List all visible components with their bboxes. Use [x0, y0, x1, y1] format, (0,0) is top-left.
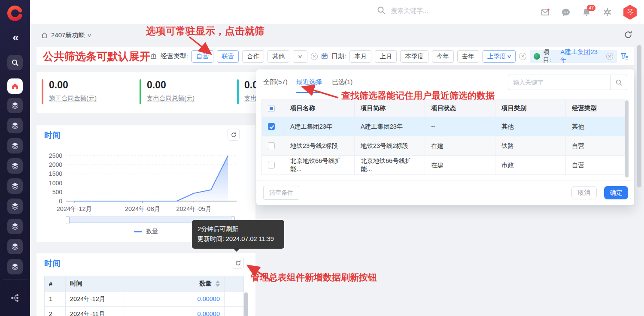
project-row[interactable]: A建工集团23年 A建工集团23年 -- 其他 其他 [262, 117, 625, 136]
global-search-input[interactable] [391, 7, 485, 14]
filter-date-qunian[interactable]: 去年 [457, 50, 479, 63]
sidebar-item-module-6[interactable] [7, 199, 23, 214]
filter-controls: 经营类型: 自营 联营 合作 其他 ∨ ✕ [150, 50, 629, 63]
table-widget: 时间 # 时间 数量 [36, 253, 255, 316]
date-clear-icon[interactable]: ✕ [519, 53, 526, 60]
stat-bar-1 [140, 79, 141, 104]
table-row[interactable]: 2 2024年-11月 0.00000 [45, 307, 244, 316]
panel-table-scrollbar[interactable] [625, 100, 629, 178]
amount-link[interactable]: 0.00000 [124, 292, 225, 307]
sidebar-item-module-8[interactable] [7, 239, 23, 254]
stat-label[interactable]: 施工合同金额(元) [49, 94, 97, 102]
business-type-dropdown-button[interactable]: ∨ [293, 50, 307, 63]
column-header-amount[interactable]: 数量 [124, 276, 225, 292]
column-header-time: 时间 [66, 276, 124, 292]
page-refresh-button[interactable] [623, 30, 633, 41]
clear-conditions-button[interactable]: 清空条件 [263, 186, 299, 200]
svg-text:0: 0 [59, 198, 62, 205]
tab-recent[interactable]: 最近选择 [296, 78, 322, 86]
row-checkbox[interactable] [268, 123, 275, 130]
column-project-short: 项目简称 [355, 100, 425, 117]
layers-icon [11, 182, 19, 190]
tab-all[interactable]: 全部(57) [263, 78, 288, 86]
filter-bar: 公共筛选条可默认展开 经营类型: 自营 联营 合作 其他 [36, 47, 634, 65]
search-icon [615, 79, 623, 86]
cancel-button[interactable]: 取消 [571, 186, 597, 199]
table-row[interactable]: 1 2024年-12月 0.00000 [45, 292, 244, 307]
confirm-button[interactable]: 确定 [604, 186, 628, 199]
project-row[interactable]: 地铁23号线2标段 地铁23号线2标段 在建 铁路 自营 [262, 136, 625, 156]
business-type-clear-icon[interactable]: ✕ [311, 53, 318, 60]
svg-text:2000: 2000 [49, 161, 62, 168]
sidebar-item-module-3[interactable] [7, 138, 23, 153]
sidebar-item-module-2[interactable] [7, 118, 23, 133]
filter-business-ziying[interactable]: 自营 [191, 50, 213, 63]
panel-search-button[interactable] [610, 75, 627, 90]
annotation-recent-filter: 查找筛选器能记住用户最近筛选的数据 [341, 90, 495, 102]
filter-business-lianying[interactable]: 联营 [217, 50, 239, 63]
row-checkbox[interactable] [268, 162, 275, 169]
table-widget-title: 时间 [44, 258, 61, 269]
filter-date-jinnian[interactable]: 今年 [432, 50, 454, 63]
table-scrollbar[interactable] [244, 292, 248, 316]
stat-label[interactable]: 支出合同总额(元) [147, 94, 194, 102]
sidebar-item-module-5[interactable] [7, 178, 23, 194]
sidebar-item-module-1[interactable] [7, 98, 23, 113]
notifications-button[interactable]: 47 [581, 7, 592, 18]
bank-icon [150, 53, 157, 60]
project-filter-chip[interactable]: 项目: A建工集团23年 ✕ [530, 50, 617, 63]
sidebar-item-module-7[interactable] [7, 219, 23, 234]
gear-icon [602, 7, 612, 17]
filter-date-benyue[interactable]: 本月 [349, 50, 371, 63]
time-area-chart[interactable]: 050010001500200025002024年-12月2024年-08月20… [40, 150, 252, 214]
sidebar-search-button[interactable] [7, 55, 23, 70]
chart-refresh-button[interactable] [228, 129, 240, 141]
layers-icon [11, 101, 19, 110]
layers-icon [11, 141, 19, 150]
sidebar-item-module-9[interactable] [7, 259, 23, 274]
row-checkbox[interactable] [268, 142, 275, 149]
avatar[interactable]: 琴 [623, 5, 638, 20]
select-all-checkbox[interactable] [268, 105, 275, 112]
sidebar-item-flow[interactable] [10, 293, 20, 304]
calendar-icon [321, 53, 328, 60]
sidebar-item-module-4[interactable] [7, 158, 23, 174]
layers-icon [11, 242, 19, 251]
project-label: 项目: [543, 48, 557, 64]
sort-icon[interactable] [216, 280, 220, 287]
search-icon[interactable] [377, 6, 386, 15]
chat-icon [561, 7, 571, 18]
filter-funnel-icon[interactable] [620, 52, 629, 60]
column-project-status: 项目状态 [425, 100, 495, 117]
project-row[interactable]: 北京地铁66号线扩能... 北京地铁66号线扩能... 在建 市政 自营 [262, 156, 625, 175]
project-clear-icon[interactable]: ✕ [606, 53, 614, 60]
tab-selected[interactable]: 已选(1) [332, 78, 352, 86]
home-icon [11, 82, 19, 90]
filter-date-shangyue[interactable]: 上月 [375, 50, 397, 63]
breadcrumb[interactable]: 2407新功能 ∨ [41, 31, 91, 39]
messages-button[interactable] [561, 7, 571, 18]
settings-button[interactable] [602, 7, 612, 18]
globe-icon [534, 53, 540, 60]
filter-date-shangjidu[interactable]: 上季度 ∨ [483, 50, 516, 63]
page-scrollbar[interactable] [637, 45, 641, 187]
layers-icon [11, 202, 19, 211]
tooltip-line1: 2分钟后可刷新 [197, 224, 279, 234]
table-refresh-button[interactable] [232, 257, 244, 269]
sidebar-collapse-icon[interactable]: « [0, 32, 30, 43]
filter-business-qita[interactable]: 其他 [267, 50, 289, 63]
amount-link[interactable]: 0.00000 [124, 307, 225, 316]
stat-card: 0.00 支出合同总额(元) [140, 79, 194, 104]
inbox-button[interactable] [540, 7, 550, 18]
sidebar-item-home[interactable] [7, 78, 23, 94]
layers-icon [11, 222, 19, 231]
filter-business-hezuo[interactable]: 合作 [242, 50, 264, 63]
filter-date-benjidu[interactable]: 本季度 [400, 50, 428, 63]
app-logo-icon[interactable] [6, 4, 24, 23]
legend-label: 数量 [146, 228, 158, 235]
panel-search-input[interactable] [508, 75, 610, 90]
annotation-filter-bar: 公共筛选条可默认展开 [43, 49, 150, 63]
stat-bar-2 [237, 79, 239, 104]
column-header-empty [225, 276, 244, 292]
svg-text:2024年-08月: 2024年-08月 [125, 205, 160, 212]
